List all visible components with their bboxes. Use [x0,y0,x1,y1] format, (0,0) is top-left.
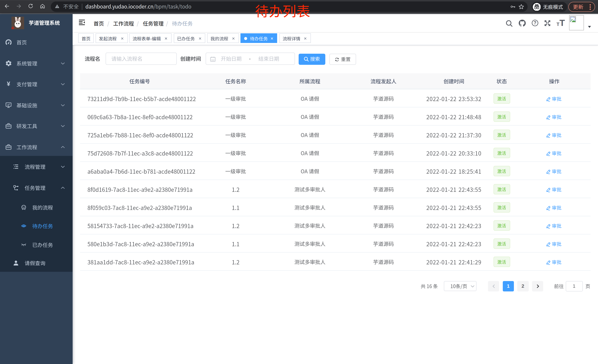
svg-text:T: T [556,22,559,27]
svg-text:¥: ¥ [7,81,10,87]
svg-text:T: T [559,19,565,27]
svg-text:?: ? [533,20,536,25]
